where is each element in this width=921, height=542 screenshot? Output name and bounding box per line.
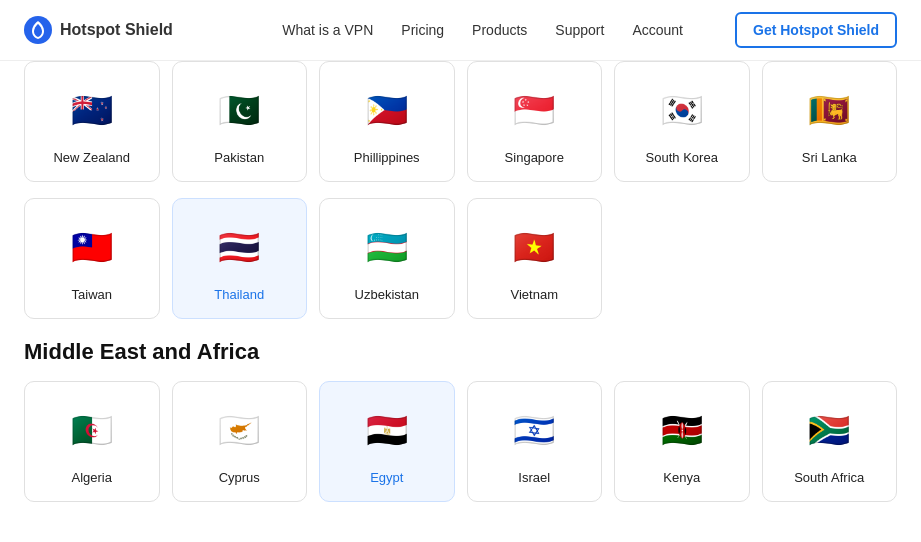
country-name-thailand: Thailand (214, 287, 264, 302)
flag-pakistan: 🇵🇰 (211, 82, 267, 138)
country-name-egypt: Egypt (370, 470, 403, 485)
flag-israel: 🇮🇱 (506, 402, 562, 458)
flag-south-africa: 🇿🇦 (801, 402, 857, 458)
flag-singapore: 🇸🇬 (506, 82, 562, 138)
country-card-south-korea[interactable]: 🇰🇷South Korea (614, 61, 750, 182)
country-name-singapore: Singapore (505, 150, 564, 165)
nav-support[interactable]: Support (555, 22, 604, 38)
country-name-south-africa: South Africa (794, 470, 864, 485)
flag-phillippines: 🇵🇭 (359, 82, 415, 138)
country-name-israel: Israel (518, 470, 550, 485)
flag-kenya: 🇰🇪 (654, 402, 710, 458)
country-card-new-zealand[interactable]: 🇳🇿New Zealand (24, 61, 160, 182)
country-name-sri-lanka: Sri Lanka (802, 150, 857, 165)
nav-products[interactable]: Products (472, 22, 527, 38)
flag-sri-lanka: 🇱🇰 (801, 82, 857, 138)
flag-uzbekistan: 🇺🇿 (359, 219, 415, 275)
flag-egypt: 🇪🇬 (359, 402, 415, 458)
country-name-uzbekistan: Uzbekistan (355, 287, 419, 302)
country-name-new-zealand: New Zealand (53, 150, 130, 165)
flag-cyprus: 🇨🇾 (211, 402, 267, 458)
country-card-sri-lanka[interactable]: 🇱🇰Sri Lanka (762, 61, 898, 182)
get-hotspot-shield-button[interactable]: Get Hotspot Shield (735, 12, 897, 48)
mea-row1-grid: 🇩🇿Algeria🇨🇾Cyprus🇪🇬Egypt🇮🇱Israel🇰🇪Kenya🇿… (24, 381, 897, 502)
asia-row2-grid: 🇹🇼Taiwan🇹🇭Thailand🇺🇿Uzbekistan🇻🇳Vietnam (24, 198, 897, 319)
nav-links: What is a VPN Pricing Products Support A… (282, 12, 897, 48)
country-card-pakistan[interactable]: 🇵🇰Pakistan (172, 61, 308, 182)
flag-algeria: 🇩🇿 (64, 402, 120, 458)
country-name-pakistan: Pakistan (214, 150, 264, 165)
nav-account[interactable]: Account (632, 22, 683, 38)
country-name-phillippines: Phillippines (354, 150, 420, 165)
country-name-south-korea: South Korea (646, 150, 718, 165)
country-card-algeria[interactable]: 🇩🇿Algeria (24, 381, 160, 502)
country-card-thailand[interactable]: 🇹🇭Thailand (172, 198, 308, 319)
page-content: 🇳🇿New Zealand🇵🇰Pakistan🇵🇭Phillippines🇸🇬S… (0, 61, 921, 542)
flag-taiwan: 🇹🇼 (64, 219, 120, 275)
nav-what-is-vpn[interactable]: What is a VPN (282, 22, 373, 38)
flag-new-zealand: 🇳🇿 (64, 82, 120, 138)
flag-thailand: 🇹🇭 (211, 219, 267, 275)
country-card-uzbekistan[interactable]: 🇺🇿Uzbekistan (319, 198, 455, 319)
country-name-vietnam: Vietnam (511, 287, 558, 302)
country-name-cyprus: Cyprus (219, 470, 260, 485)
country-card-cyprus[interactable]: 🇨🇾Cyprus (172, 381, 308, 502)
country-card-singapore[interactable]: 🇸🇬Singapore (467, 61, 603, 182)
asia-row1-grid: 🇳🇿New Zealand🇵🇰Pakistan🇵🇭Phillippines🇸🇬S… (24, 61, 897, 182)
country-name-algeria: Algeria (72, 470, 112, 485)
country-card-vietnam[interactable]: 🇻🇳Vietnam (467, 198, 603, 319)
country-card-south-africa[interactable]: 🇿🇦South Africa (762, 381, 898, 502)
country-name-kenya: Kenya (663, 470, 700, 485)
logo[interactable]: Hotspot Shield (24, 16, 173, 44)
flag-vietnam: 🇻🇳 (506, 219, 562, 275)
logo-text: Hotspot Shield (60, 21, 173, 39)
country-card-kenya[interactable]: 🇰🇪Kenya (614, 381, 750, 502)
navigation: Hotspot Shield What is a VPN Pricing Pro… (0, 0, 921, 61)
nav-pricing[interactable]: Pricing (401, 22, 444, 38)
logo-icon (24, 16, 52, 44)
country-card-israel[interactable]: 🇮🇱Israel (467, 381, 603, 502)
country-name-taiwan: Taiwan (72, 287, 112, 302)
mea-section-heading: Middle East and Africa (24, 339, 897, 365)
country-card-taiwan[interactable]: 🇹🇼Taiwan (24, 198, 160, 319)
country-card-phillippines[interactable]: 🇵🇭Phillippines (319, 61, 455, 182)
country-card-egypt[interactable]: 🇪🇬Egypt (319, 381, 455, 502)
flag-south-korea: 🇰🇷 (654, 82, 710, 138)
